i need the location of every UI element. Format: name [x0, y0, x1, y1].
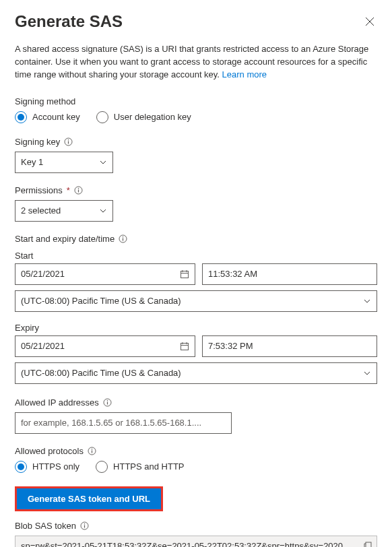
expiry-date-input[interactable]: 05/21/2021: [15, 335, 195, 357]
radio-icon: [96, 111, 108, 123]
svg-rect-13: [181, 343, 189, 350]
allowed-protocols-label: Allowed protocols: [15, 446, 84, 456]
allowed-ip-label: Allowed IP addresses: [15, 397, 99, 408]
start-date-input[interactable]: 05/21/2021: [15, 263, 195, 285]
required-indicator: *: [67, 185, 70, 195]
svg-rect-26: [366, 542, 371, 547]
expiry-label: Expiry: [15, 323, 39, 333]
start-timezone-select[interactable]: (UTC-08:00) Pacific Time (US & Canada): [15, 290, 377, 312]
info-icon[interactable]: [119, 234, 127, 243]
description-text: A shared access signature (SAS) is a URI…: [15, 43, 377, 82]
svg-point-24: [84, 523, 86, 525]
info-icon[interactable]: [103, 398, 112, 407]
svg-rect-2: [68, 141, 69, 143]
radio-icon: [15, 461, 27, 473]
radio-icon: [96, 461, 108, 473]
chevron-down-icon: [363, 297, 371, 305]
generate-sas-button[interactable]: Generate SAS token and URL: [17, 488, 161, 509]
chevron-down-icon: [99, 207, 107, 215]
svg-rect-8: [123, 238, 123, 240]
svg-rect-9: [181, 271, 189, 278]
sas-token-output[interactable]: sp=rw&st=2021-05-21T18:53:32Z&se=2021-05…: [15, 536, 377, 547]
radio-user-delegation-key[interactable]: User delegation key: [96, 111, 191, 123]
start-label: Start: [15, 251, 33, 261]
allowed-protocols-group: HTTPS only HTTPS and HTTP: [15, 461, 377, 473]
svg-point-18: [106, 400, 108, 401]
info-icon[interactable]: [64, 137, 73, 146]
sas-token-label: Blob SAS token: [15, 521, 76, 531]
calendar-icon: [180, 342, 189, 351]
permissions-select[interactable]: 2 selected: [15, 200, 113, 222]
generate-button-highlight: Generate SAS token and URL: [15, 486, 163, 511]
expiry-timezone-select[interactable]: (UTC-08:00) Pacific Time (US & Canada): [15, 362, 377, 384]
svg-point-1: [68, 139, 69, 141]
svg-point-4: [78, 188, 79, 189]
close-icon[interactable]: [362, 14, 377, 29]
chevron-down-icon: [99, 158, 107, 166]
learn-more-link[interactable]: Learn more: [222, 69, 267, 79]
allowed-ip-input[interactable]: for example, 168.1.5.65 or 168.1.5.65-16…: [15, 412, 232, 434]
copy-icon[interactable]: [364, 542, 373, 547]
radio-https-and-http[interactable]: HTTPS and HTTP: [96, 461, 184, 473]
permissions-label: Permissions: [15, 185, 63, 195]
start-time-input[interactable]: 11:53:32 AM: [202, 263, 377, 285]
signing-key-label: Signing key: [15, 137, 60, 147]
svg-rect-5: [78, 189, 79, 192]
svg-rect-25: [84, 525, 85, 527]
calendar-icon: [180, 269, 189, 279]
signing-key-select[interactable]: Key 1: [15, 152, 113, 173]
svg-rect-22: [92, 450, 92, 453]
info-icon[interactable]: [74, 186, 83, 195]
signing-method-group: Account key User delegation key: [15, 111, 377, 123]
page-title: Generate SAS: [15, 12, 123, 31]
svg-rect-19: [107, 401, 108, 404]
radio-https-only[interactable]: HTTPS only: [15, 461, 79, 473]
radio-account-key[interactable]: Account key: [15, 111, 80, 123]
expiry-time-input[interactable]: 7:53:32 PM: [202, 335, 377, 357]
chevron-down-icon: [363, 369, 371, 377]
info-icon[interactable]: [80, 521, 89, 530]
svg-point-7: [123, 236, 124, 238]
radio-icon: [15, 111, 27, 123]
signing-method-label: Signing method: [15, 96, 377, 106]
svg-point-21: [92, 449, 93, 450]
info-icon[interactable]: [88, 447, 96, 455]
datetime-section-label: Start and expiry date/time: [15, 234, 115, 244]
